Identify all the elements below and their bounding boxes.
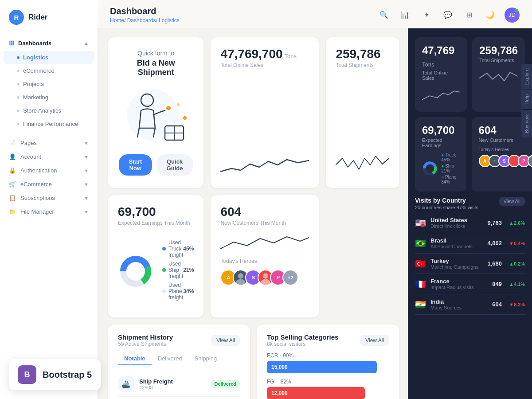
second-row: Shipment History 59 Active Shipments Vie… xyxy=(108,325,399,399)
shipments-line-chart xyxy=(336,152,389,178)
legend-item-plane: Used Plane freight 34% xyxy=(162,282,194,301)
sidebar-item-finance-performance[interactable]: Finance Performance xyxy=(4,117,94,130)
rp-legend-ship: ● Ship 21% xyxy=(441,164,459,173)
avatar[interactable]: JD xyxy=(505,8,520,23)
settings-icon[interactable]: ✦ xyxy=(419,8,434,22)
customers-value: 604 xyxy=(220,205,241,219)
countries-view-all-button[interactable]: View All xyxy=(499,197,525,206)
country-source-usa: Direct link clicks xyxy=(430,223,483,229)
categories-subtitle: 8k social visitors xyxy=(267,341,338,347)
chart-icon[interactable]: 📊 xyxy=(398,8,412,22)
subscriptions-icon: 📋 xyxy=(9,195,16,201)
chat-icon[interactable]: 💬 xyxy=(441,8,455,22)
sidebar-file-manager[interactable]: 📁 File Manager ▼ xyxy=(0,205,98,219)
svg-point-11 xyxy=(238,273,243,278)
country-info-france: France Impact Radius visits xyxy=(430,278,488,290)
country-visits-brasil: 4,062 xyxy=(487,240,502,246)
flag-turkey: 🇹🇷 xyxy=(415,258,426,269)
app-name: Rider xyxy=(28,13,47,22)
bar-label-ecr: ECR - 90% xyxy=(267,352,389,359)
logo[interactable]: R Rider xyxy=(0,0,98,33)
shipment-name: Ship Freight xyxy=(139,378,205,385)
dashboards-group[interactable]: ⊞ Dashboards ▲ xyxy=(0,35,98,51)
hero-buttons: Start Now Quick Guide xyxy=(119,154,193,176)
dot-icon xyxy=(17,110,20,112)
hero-card: Quick form to Bid a New Shipment xyxy=(108,37,203,188)
rp-legend-truck: ● Truck 45% xyxy=(441,153,459,162)
breadcrumb: Home/ Dashboards/ Logistics xyxy=(110,17,180,23)
rp-sales-label: Total Online Sales xyxy=(422,70,460,81)
shipment-history-card: Shipment History 59 Active Shipments Vie… xyxy=(108,325,250,399)
chevron-down-icon: ▼ xyxy=(84,168,89,173)
country-source-brasil: All Social Channels xyxy=(430,244,483,249)
earnings-card: 69,700 Expected Earnings This Month xyxy=(108,195,203,317)
rp-total-sales: 47,769 Tons Total Online Sales xyxy=(415,37,467,112)
shipment-item-2: 🏨 er Hotel #2809 xyxy=(118,397,240,399)
header-left: Dashboard Home/ Dashboards/ Logistics xyxy=(110,6,180,23)
sidebar-item-projects[interactable]: Projects xyxy=(4,78,94,90)
country-visits-india: 604 xyxy=(492,301,502,308)
avatar-more[interactable]: +2 xyxy=(282,270,298,286)
country-info-india: India Many Sources xyxy=(430,298,488,310)
flag-usa: 🇺🇸 xyxy=(415,218,426,228)
search-icon[interactable]: 🔍 xyxy=(377,8,391,22)
quick-guide-button[interactable]: Quick Guide xyxy=(156,154,193,176)
sidebar-ecommerce-section[interactable]: 🛒 eCommerce ▼ xyxy=(0,177,98,191)
sales-chart xyxy=(220,152,309,178)
buy-now-button[interactable]: Buy now xyxy=(521,110,532,137)
truck-dot xyxy=(162,247,166,250)
tab-delivered[interactable]: Delivered xyxy=(152,352,188,365)
explore-button[interactable]: Explore xyxy=(521,64,532,89)
file-manager-icon: 📁 xyxy=(9,208,16,215)
customers-label: New Customers This Month xyxy=(220,220,309,226)
shipment-view-all-button[interactable]: View All xyxy=(211,335,240,346)
customers-line-chart xyxy=(220,233,309,251)
sidebar-item-logistics[interactable]: Logistics xyxy=(4,51,94,64)
side-buttons: Explore Help Buy now xyxy=(521,64,532,137)
start-now-button[interactable]: Start Now xyxy=(119,154,152,176)
sidebar-item-ecommerce[interactable]: eCommerce xyxy=(4,64,94,77)
country-name-usa: United States xyxy=(430,217,483,223)
country-france: 🇫🇷 France Impact Radius visits 849 ▲4.1% xyxy=(415,274,525,294)
ship-freight-icon: 🚢 xyxy=(118,376,134,392)
rp-shipments-chart xyxy=(479,67,518,85)
pages-section: 📄 Pages ▼ 👤 Account ▼ 🔒 Authentication ▼… xyxy=(0,133,98,221)
help-button[interactable]: Help xyxy=(521,90,532,109)
page-title: Dashboard xyxy=(110,6,180,16)
heroes-avatars: A S P +2 xyxy=(220,270,309,286)
country-info-usa: United States Direct link clicks xyxy=(430,217,483,229)
sidebar-subscriptions[interactable]: 📋 Subscriptions ▼ xyxy=(0,191,98,205)
chevron-down-icon: ▼ xyxy=(84,154,89,160)
auth-icon: 🔒 xyxy=(9,167,16,174)
donut-svg xyxy=(118,254,153,289)
chevron-down-icon: ▼ xyxy=(84,196,89,201)
country-name-france: France xyxy=(430,278,488,285)
total-shipments-label: Total Shipments xyxy=(336,62,389,68)
bootstrap-watermark: B Bootstrap 5 xyxy=(9,359,101,390)
rp-donut-area: ● Truck 45% ● Ship 21% ● Plane 34% xyxy=(422,153,459,184)
rp-earnings-label: Expected Earnings xyxy=(422,137,459,148)
svg-point-14 xyxy=(261,279,270,286)
sidebar-account[interactable]: 👤 Account ▼ xyxy=(0,150,98,164)
rp-customers-label: New Customers xyxy=(479,137,532,143)
sidebar-item-store-analytics[interactable]: Store Analytics xyxy=(4,104,94,117)
country-change-usa: ▲2.6% xyxy=(509,220,525,226)
tab-shipping[interactable]: Shipping xyxy=(188,352,223,365)
dot-icon xyxy=(17,83,20,86)
theme-icon[interactable]: 🌙 xyxy=(483,8,497,22)
right-panel: Explore Help Buy now 47,769 Tons Total O… xyxy=(408,28,532,399)
tab-notable[interactable]: Notable xyxy=(118,352,152,365)
flag-france: 🇫🇷 xyxy=(415,279,426,289)
country-usa: 🇺🇸 United States Direct link clicks 9,76… xyxy=(415,213,525,233)
rp-donut-svg xyxy=(422,157,438,180)
country-info-turkey: Turkey Mailchimp Campaigns xyxy=(430,258,483,270)
sidebar-pages[interactable]: 📄 Pages ▼ xyxy=(0,136,98,150)
country-name-brasil: Brasil xyxy=(430,237,483,244)
shipment-item: 🚢 Ship Freight #2808 Delivered xyxy=(118,372,240,397)
shipment-tabs: Notable Delivered Shipping xyxy=(118,352,240,365)
sidebar-authentication[interactable]: 🔒 Authentication ▼ xyxy=(0,164,98,177)
categories-view-all-button[interactable]: View All xyxy=(360,335,389,346)
grid-icon[interactable]: ⊞ xyxy=(462,8,476,22)
total-sales-unit: Tons xyxy=(285,53,297,59)
sidebar-item-marketing[interactable]: Marketing xyxy=(4,91,94,104)
